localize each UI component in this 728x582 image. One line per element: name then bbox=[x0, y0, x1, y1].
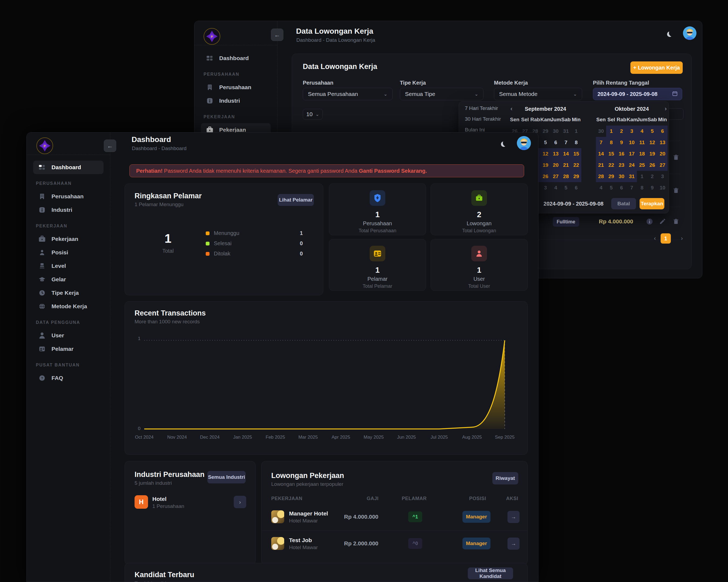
calendar-day[interactable]: 12 bbox=[647, 137, 657, 148]
sidebar-item-metode-kerja[interactable]: Metode Kerja bbox=[33, 300, 104, 313]
calendar-day[interactable]: 14 bbox=[561, 148, 571, 160]
calendar-day[interactable]: 9 bbox=[616, 137, 627, 148]
calendar-day[interactable]: 9 bbox=[647, 182, 657, 193]
filter-select-metode-kerja[interactable]: Semua Metode⌄ bbox=[494, 88, 582, 100]
page-size-select[interactable]: 10⌄ bbox=[303, 109, 323, 120]
calendar-day[interactable]: 8 bbox=[571, 137, 581, 148]
date-range-input[interactable]: 2024-09-09 - 2025-09-08 bbox=[593, 88, 682, 100]
info-row-button[interactable] bbox=[645, 217, 654, 226]
calendar-day[interactable]: 31 bbox=[561, 126, 571, 137]
calendar-day[interactable]: 8 bbox=[637, 182, 647, 193]
calendar-day[interactable]: 1 bbox=[606, 126, 616, 137]
calendar-day[interactable]: 3 bbox=[540, 182, 551, 193]
calendar-day[interactable]: 10 bbox=[657, 182, 668, 193]
calendar-day[interactable]: 15 bbox=[571, 148, 581, 160]
sidebar-item-pekerjaan[interactable]: Pekerjaan bbox=[33, 232, 104, 246]
calendar-day[interactable]: 30 bbox=[596, 126, 606, 137]
calendar-day[interactable]: 3 bbox=[627, 126, 637, 137]
calendar-day[interactable]: 1 bbox=[571, 126, 581, 137]
sidebar-item-posisi[interactable]: Posisi bbox=[33, 246, 104, 259]
calendar-day[interactable]: 5 bbox=[647, 126, 657, 137]
calendar-day[interactable]: 2 bbox=[616, 126, 627, 137]
calendar-day[interactable]: 20 bbox=[657, 148, 668, 160]
calendar-day[interactable]: 12 bbox=[540, 148, 551, 160]
sidebar-collapse-button[interactable]: ← bbox=[104, 140, 116, 152]
calendar-day[interactable]: 23 bbox=[616, 160, 627, 171]
calendar-day[interactable]: 7 bbox=[627, 182, 637, 193]
pagination-prev[interactable]: ‹ bbox=[651, 234, 659, 243]
calendar-day[interactable]: 5 bbox=[606, 182, 616, 193]
calendar-day[interactable]: 6 bbox=[657, 126, 668, 137]
sidebar-item-industri[interactable]: Industri bbox=[33, 203, 104, 217]
job-detail-button[interactable]: → bbox=[508, 537, 520, 550]
calendar-day[interactable]: 17 bbox=[627, 148, 637, 160]
sidebar-item-user[interactable]: User bbox=[33, 329, 104, 342]
calendar-day[interactable]: 6 bbox=[571, 182, 581, 193]
sidebar-item-pelamar[interactable]: Pelamar bbox=[33, 342, 104, 356]
date-preset-option[interactable]: 30 Hari Terakhir bbox=[465, 116, 501, 122]
delete-row-button[interactable] bbox=[671, 186, 680, 195]
filter-select-perusahaan[interactable]: Semua Perusahaan⌄ bbox=[303, 88, 393, 100]
calendar-day[interactable]: 21 bbox=[561, 160, 571, 171]
sidebar-item-faq[interactable]: ?FAQ bbox=[33, 371, 104, 385]
calendar-day[interactable]: 7 bbox=[596, 137, 606, 148]
calendar-day[interactable]: 13 bbox=[657, 137, 668, 148]
date-preset-option[interactable]: Bulan Ini bbox=[465, 127, 485, 133]
calendar-day[interactable]: 22 bbox=[606, 160, 616, 171]
calendar-day[interactable]: 3 bbox=[657, 171, 668, 182]
calendar-day[interactable]: 31 bbox=[627, 171, 637, 182]
filter-select-tipe-kerja[interactable]: Semua Tipe⌄ bbox=[400, 88, 484, 100]
calendar-day[interactable]: 19 bbox=[540, 160, 551, 171]
sidebar-item-dashboard[interactable]: Dashboard bbox=[201, 52, 271, 65]
sidebar-item-perusahaan[interactable]: Perusahaan bbox=[201, 81, 271, 94]
semua-industri-button[interactable]: Semua Industri bbox=[207, 471, 245, 483]
dark-mode-icon[interactable] bbox=[502, 139, 511, 147]
calendar-day[interactable]: 4 bbox=[551, 182, 561, 193]
sidebar-item-tipe-kerja[interactable]: Tipe Kerja bbox=[33, 286, 104, 300]
calendar-day[interactable]: 29 bbox=[606, 171, 616, 182]
position-badge[interactable]: Manager bbox=[462, 537, 491, 549]
calendar-day[interactable]: 8 bbox=[606, 137, 616, 148]
calendar-day[interactable]: 30 bbox=[551, 126, 561, 137]
calendar-day[interactable]: 15 bbox=[606, 148, 616, 160]
calendar-day[interactable]: 19 bbox=[647, 148, 657, 160]
sidebar-item-industri[interactable]: Industri bbox=[201, 94, 271, 108]
calendar-day[interactable]: 26 bbox=[647, 160, 657, 171]
riwayat-button[interactable]: Riwayat bbox=[492, 472, 518, 484]
calendar-day[interactable]: 25 bbox=[637, 160, 647, 171]
calendar-day[interactable]: 21 bbox=[596, 160, 606, 171]
position-badge[interactable]: Manager bbox=[462, 511, 491, 523]
change-password-link[interactable]: Ganti Password Sekarang. bbox=[359, 168, 427, 174]
calendar-day[interactable]: 5 bbox=[540, 137, 551, 148]
pagination-page-1[interactable]: 1 bbox=[660, 233, 671, 244]
calendar-day[interactable]: 28 bbox=[561, 171, 571, 182]
avatar[interactable] bbox=[517, 136, 531, 150]
sidebar-item-dashboard[interactable]: Dashboard bbox=[33, 161, 104, 174]
calendar-day[interactable]: 24 bbox=[627, 160, 637, 171]
calendar-day[interactable]: 18 bbox=[637, 148, 647, 160]
calendar-day[interactable]: 6 bbox=[616, 182, 627, 193]
calendar-day[interactable]: 2 bbox=[647, 171, 657, 182]
calendar-day[interactable]: 22 bbox=[571, 160, 581, 171]
sidebar-item-perusahaan[interactable]: Perusahaan bbox=[33, 190, 104, 203]
calendar-day[interactable]: 14 bbox=[596, 148, 606, 160]
lihat-semua-kandidat-button[interactable]: Lihat Semua Kandidat bbox=[468, 567, 513, 579]
calendar-day[interactable]: 27 bbox=[551, 171, 561, 182]
avatar[interactable] bbox=[683, 26, 697, 40]
apply-button[interactable]: Terapkan bbox=[640, 198, 665, 210]
sidebar-collapse-button[interactable]: ← bbox=[271, 29, 283, 41]
calendar-day[interactable]: 4 bbox=[637, 126, 647, 137]
calendar-day[interactable]: 13 bbox=[551, 148, 561, 160]
calendar-day[interactable]: 26 bbox=[540, 171, 551, 182]
industry-detail-button[interactable]: › bbox=[234, 496, 246, 508]
calendar-day[interactable]: 27 bbox=[657, 160, 668, 171]
calendar-day[interactable]: 29 bbox=[571, 171, 581, 182]
lihat-pelamar-button[interactable]: Lihat Pelamar bbox=[278, 194, 314, 206]
calendar-day[interactable]: 1 bbox=[637, 171, 647, 182]
sidebar-item-gelar[interactable]: Gelar bbox=[33, 273, 104, 286]
next-month-button[interactable]: › bbox=[662, 105, 669, 112]
calendar-day[interactable]: 10 bbox=[627, 137, 637, 148]
calendar-day[interactable]: 29 bbox=[540, 126, 551, 137]
add-lowongan-button[interactable]: + Lowongan Kerja bbox=[630, 61, 683, 74]
calendar-day[interactable]: 11 bbox=[637, 137, 647, 148]
